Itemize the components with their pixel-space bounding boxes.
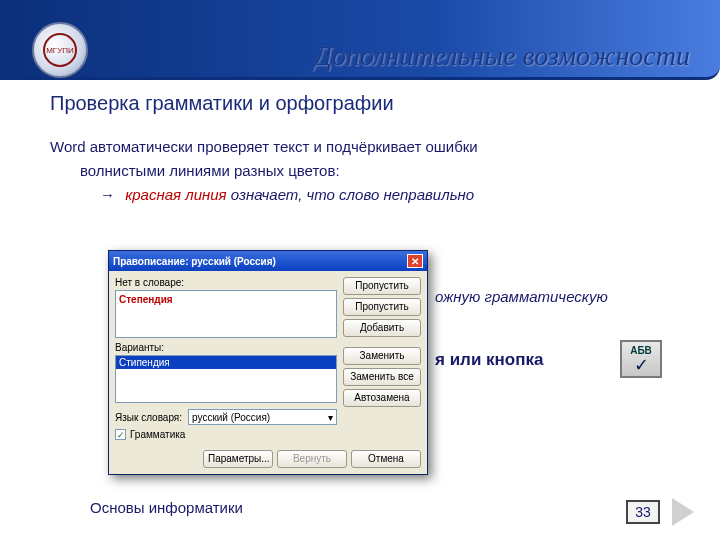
dialog-titlebar[interactable]: Правописание: русский (Россия) ✕ — [109, 251, 427, 271]
grammar-checkbox-row[interactable]: ✓ Грамматика — [115, 429, 337, 440]
language-select[interactable]: русский (Россия) ▾ — [188, 409, 337, 425]
wavy-lines-text: волнистыми линиями разных цветов: — [80, 159, 690, 183]
label-language: Язык словаря: — [115, 412, 182, 423]
grammar-checkbox-label: Грамматика — [130, 429, 185, 440]
slide-title: Дополнительные возможности — [314, 40, 690, 72]
red-line-rest: означает, что слово неправильно — [227, 186, 475, 203]
spellcheck-toolbar-icon[interactable]: АБВ ✓ — [620, 340, 662, 378]
body-text: Word автоматически проверяет текст и под… — [50, 135, 690, 207]
red-line-label: красная линия — [125, 186, 226, 203]
section-subtitle: Проверка грамматики и орфографии — [50, 92, 690, 115]
partial-text-button: я или кнопка — [435, 350, 543, 370]
label-variants: Варианты: — [115, 342, 337, 353]
logo: МГУПИ — [32, 22, 88, 78]
cancel-button[interactable]: Отмена — [351, 450, 421, 468]
dialog-body: Нет в словаре: Степендия Варианты: Стипе… — [109, 271, 427, 446]
spelling-dialog: Правописание: русский (Россия) ✕ Нет в с… — [108, 250, 428, 475]
partial-text-grammar: ожную грамматическую — [435, 288, 608, 305]
label-not-in-dict: Нет в словаре: — [115, 277, 337, 288]
page-number: 33 — [626, 500, 660, 524]
undo-button: Вернуть — [277, 450, 347, 468]
skip-all-button[interactable]: Пропустить все — [343, 298, 421, 316]
dialog-title: Правописание: русский (Россия) — [113, 256, 276, 267]
bullet-red-line: → красная линия означает, что слово непр… — [100, 183, 690, 207]
params-button[interactable]: Параметры... — [203, 450, 273, 468]
add-button[interactable]: Добавить — [343, 319, 421, 337]
variants-listbox[interactable]: Стипендия — [115, 355, 337, 403]
misspelled-word: Степендия — [119, 294, 173, 305]
suggestion-selected[interactable]: Стипендия — [116, 356, 336, 369]
abv-label: АБВ — [630, 345, 652, 356]
arrow-icon: → — [100, 186, 115, 203]
checkmark-icon: ✓ — [634, 356, 649, 374]
next-arrow-icon[interactable] — [672, 498, 694, 526]
intro-line: Word автоматически проверяет текст и под… — [50, 135, 690, 159]
replace-button[interactable]: Заменить — [343, 347, 421, 365]
skip-button[interactable]: Пропустить — [343, 277, 421, 295]
close-button[interactable]: ✕ — [407, 254, 423, 268]
logo-inner: МГУПИ — [43, 33, 77, 67]
language-value: русский (Россия) — [192, 412, 270, 423]
replace-all-button[interactable]: Заменить все — [343, 368, 421, 386]
not-in-dict-textbox[interactable]: Степендия — [115, 290, 337, 338]
autocorrect-button[interactable]: Автозамена — [343, 389, 421, 407]
footer-text: Основы информатики — [90, 499, 243, 516]
language-row: Язык словаря: русский (Россия) ▾ — [115, 409, 337, 425]
content-area: Проверка грамматики и орфографии Word ав… — [50, 92, 690, 207]
chevron-down-icon: ▾ — [328, 412, 333, 423]
dialog-bottom-buttons: Параметры... Вернуть Отмена — [109, 446, 427, 474]
close-icon: ✕ — [411, 256, 419, 267]
grammar-checkbox[interactable]: ✓ — [115, 429, 126, 440]
dialog-left-panel: Нет в словаре: Степендия Варианты: Стипе… — [115, 277, 337, 440]
dialog-right-panel: Пропустить Пропустить все Добавить Замен… — [343, 277, 421, 440]
